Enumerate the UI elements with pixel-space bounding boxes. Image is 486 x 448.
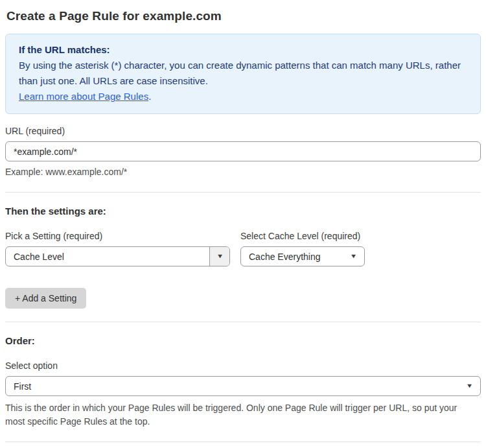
divider — [5, 442, 481, 442]
order-dropdown[interactable]: First ▼ — [5, 376, 481, 396]
chevron-down-icon: ▼ — [350, 253, 357, 259]
cache-level-label: Select Cache Level (required) — [240, 231, 360, 241]
settings-section-heading: Then the settings are: — [5, 206, 481, 217]
link-suffix: . — [148, 91, 151, 102]
setting-picker-dropdown[interactable]: Cache Level ▼ — [5, 246, 230, 266]
pick-setting-label: Pick a Setting (required) — [5, 231, 230, 241]
url-field-label: URL (required) — [5, 126, 481, 136]
order-value: First — [14, 381, 31, 392]
add-setting-button[interactable]: + Add a Setting — [5, 288, 86, 309]
setting-picker-arrow-button[interactable]: ▼ — [209, 247, 229, 266]
learn-more-link[interactable]: Learn more about Page Rules — [19, 91, 148, 102]
order-section-heading: Order: — [5, 335, 481, 346]
page-rule-form: Create a Page Rule for example.com If th… — [0, 0, 486, 448]
page-title: Create a Page Rule for example.com — [6, 9, 480, 23]
info-box-heading: If the URL matches: — [19, 42, 467, 58]
url-match-info-box: If the URL matches: By using the asteris… — [5, 34, 481, 114]
chevron-down-icon: ▼ — [466, 383, 473, 389]
info-box-body: By using the asterisk (*) character, you… — [19, 58, 467, 89]
cache-level-value: Cache Everything — [249, 252, 321, 262]
order-help-text: This is the order in which your Page Rul… — [5, 401, 472, 429]
order-select-label: Select option — [5, 360, 481, 371]
url-input[interactable] — [5, 141, 481, 161]
cache-level-dropdown[interactable]: Cache Everything ▼ — [240, 246, 365, 266]
chevron-down-icon: ▼ — [216, 253, 223, 259]
setting-picker-value: Cache Level — [6, 247, 209, 266]
url-example-text: Example: www.example.com/* — [5, 165, 481, 179]
info-box-link-line: Learn more about Page Rules. — [19, 89, 467, 104]
divider — [5, 322, 481, 322]
divider — [5, 192, 481, 193]
